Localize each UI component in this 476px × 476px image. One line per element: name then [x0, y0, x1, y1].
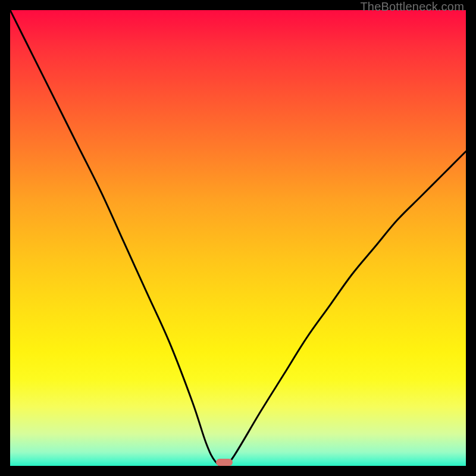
bottleneck-curve	[10, 10, 466, 466]
watermark-text: TheBottleneck.com	[360, 0, 464, 14]
minimum-marker	[216, 459, 233, 466]
chart-container: TheBottleneck.com	[0, 0, 476, 476]
plot-area	[10, 10, 466, 466]
